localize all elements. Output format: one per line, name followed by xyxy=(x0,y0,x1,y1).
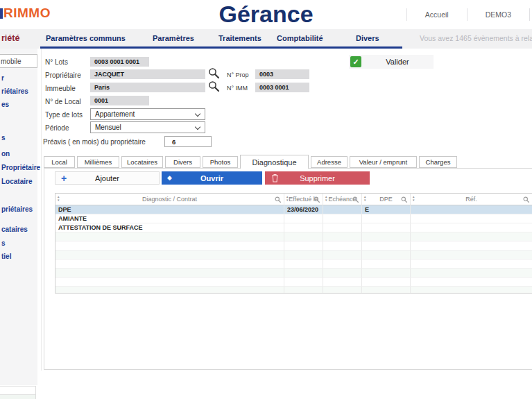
cell-dpe xyxy=(362,214,411,223)
sidebar-item[interactable]: s xyxy=(1,134,6,142)
cell-ref xyxy=(411,205,532,214)
field-label-n-prop: N° Prop xyxy=(227,71,249,78)
column-header-echeance[interactable]: Echéance xyxy=(323,194,362,205)
sidebar-item-locataires[interactable]: cataires xyxy=(1,226,28,233)
sidebar-item-locataire[interactable]: Locataire xyxy=(1,178,32,185)
n-imm-field: 0003 0001 xyxy=(255,83,309,92)
tab-charges[interactable]: Charges xyxy=(419,156,457,168)
sort-icon[interactable] xyxy=(363,196,368,202)
sidebar: r riétaires es s on Propriétaire Locatai… xyxy=(0,49,37,385)
column-header-diagnostic-contrat[interactable]: Diagnostic / Contrat xyxy=(55,194,284,205)
chevron-down-icon xyxy=(195,111,200,117)
preavis-input[interactable] xyxy=(164,136,212,147)
n-local-field: 0001 xyxy=(90,96,149,105)
search-icon[interactable] xyxy=(523,196,530,203)
field-label-n-local: N° de Local xyxy=(45,98,81,105)
type-lots-value: Appartement xyxy=(95,110,135,118)
sidebar-item[interactable]: r xyxy=(1,74,4,82)
cell-dpe: E xyxy=(362,205,411,214)
empty-row xyxy=(55,241,532,251)
immeuble-field: Paris xyxy=(90,83,205,92)
tab-valeur-emprunt[interactable]: Valeur / emprunt xyxy=(350,156,417,168)
table-row-amiante[interactable]: AMIANTE xyxy=(55,214,532,223)
sidebar-item[interactable]: riétaires xyxy=(1,87,28,95)
table-header-row: Diagnostic / Contrat Effectué le xyxy=(55,194,532,205)
panel-divider xyxy=(41,49,42,371)
field-label-periode: Période xyxy=(45,124,69,132)
tab-divers[interactable]: Divers xyxy=(165,156,200,168)
tab-photos[interactable]: Photos xyxy=(203,156,238,168)
search-icon[interactable] xyxy=(275,196,282,203)
sidebar-item[interactable]: es xyxy=(1,101,9,108)
sidebar-item-proprietaires[interactable]: priétaires xyxy=(1,205,33,213)
tab-local[interactable]: Local xyxy=(44,156,75,168)
bottom-left-panel-row xyxy=(0,394,35,399)
cell-echeance xyxy=(323,214,362,223)
cell-effectue-le: 23/06/2020 xyxy=(284,205,323,214)
nav-item-traitements[interactable]: Traitements xyxy=(218,29,261,47)
search-proprietaire-icon[interactable] xyxy=(208,67,220,79)
proprietaire-field: JACQUET xyxy=(90,69,205,79)
tab-milliemes[interactable]: Millièmes xyxy=(77,156,119,168)
sidebar-item[interactable]: on xyxy=(1,150,10,158)
field-label-n-lots: N° Lots xyxy=(45,58,68,66)
column-header-effectue-le[interactable]: Effectué le xyxy=(284,194,323,205)
search-icon[interactable] xyxy=(352,196,359,203)
field-label-n-imm: N° IMM xyxy=(227,85,248,92)
periode-select[interactable]: Mensuel xyxy=(90,121,205,133)
ajouter-label: Ajouter xyxy=(95,174,119,182)
periode-value: Mensuel xyxy=(95,124,121,131)
sidebar-item[interactable]: s xyxy=(1,239,6,247)
cell-ref xyxy=(411,223,532,232)
cell-echeance xyxy=(323,223,362,232)
ouvrir-button[interactable]: ◆ Ouvrir xyxy=(162,171,262,185)
valider-label: Valider xyxy=(361,58,434,66)
nav-item-parametres-communs[interactable]: Paramètres communs xyxy=(46,29,126,47)
sort-icon[interactable] xyxy=(325,196,329,202)
cell-effectue-le xyxy=(284,223,323,232)
header-link-demo3[interactable]: DEMO3 xyxy=(467,10,529,19)
cell-echeance xyxy=(323,205,362,214)
column-header-dpe[interactable]: DPE xyxy=(362,194,411,205)
bottom-left-panel xyxy=(0,386,36,399)
search-immeuble-icon[interactable] xyxy=(208,80,220,92)
empty-row xyxy=(55,232,532,241)
cell-effectue-le xyxy=(284,214,323,223)
sidebar-item-proprietaire[interactable]: Propriétaire xyxy=(1,164,40,171)
nav-item-parametres[interactable]: Paramètres xyxy=(153,29,194,47)
tab-diagnostique[interactable]: Diagnostique xyxy=(240,155,309,169)
field-label-immeuble: Immeuble xyxy=(45,85,76,92)
sort-icon[interactable] xyxy=(286,196,291,202)
search-icon[interactable] xyxy=(401,196,408,203)
sort-icon[interactable] xyxy=(57,196,62,202)
sort-icon[interactable] xyxy=(412,196,417,202)
nav-active-underline xyxy=(40,46,402,49)
chevron-down-icon xyxy=(195,124,200,130)
field-label-type-lots: Type de lots xyxy=(45,111,83,119)
type-lots-select[interactable]: Appartement xyxy=(90,108,205,120)
search-icon[interactable] xyxy=(314,196,320,203)
n-prop-field: 0003 xyxy=(255,69,309,79)
nav-item-divers[interactable]: Divers xyxy=(356,29,379,47)
empty-row xyxy=(55,287,532,294)
events-notice[interactable]: Vous avez 1465 évènements à rela xyxy=(420,29,532,47)
header-link-accueil[interactable]: Accueil xyxy=(407,10,467,19)
nav-section-label: riété xyxy=(1,29,19,47)
column-header-ref[interactable]: Réf. xyxy=(411,194,532,205)
sidebar-filter-input[interactable] xyxy=(0,54,37,68)
plus-icon: + xyxy=(61,173,67,184)
sidebar-item[interactable]: tiel xyxy=(1,253,11,260)
tab-locataires[interactable]: Locataires xyxy=(121,156,163,168)
supprimer-label: Supprimer xyxy=(300,174,335,182)
ajouter-button[interactable]: + Ajouter xyxy=(55,171,160,185)
cell-dpe xyxy=(362,223,411,232)
table-row-dpe[interactable]: DPE 23/06/2020 E xyxy=(55,205,532,214)
table-row-attestation-de-surface[interactable]: ATTESTATION DE SURFACE xyxy=(55,223,532,232)
supprimer-button[interactable]: Supprimer xyxy=(265,171,370,185)
diagnostique-panel: + Ajouter ◆ Ouvrir Supprimer Diagnostic … xyxy=(44,168,532,370)
header-links: Accueil DEMO3 xyxy=(406,0,532,29)
valider-button[interactable]: ✓ Valider xyxy=(349,55,434,69)
nav-item-comptabilite[interactable]: Comptabilité xyxy=(277,29,323,47)
header-divider xyxy=(529,8,530,21)
tab-adresse[interactable]: Adresse xyxy=(311,156,347,168)
